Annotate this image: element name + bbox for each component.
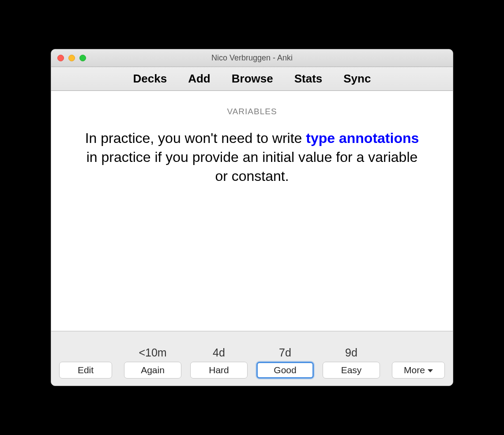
traffic-lights [51,55,86,61]
answer-buttons: <10m Again 4d Hard 7d Good 9d Easy [124,346,380,379]
hard-button[interactable]: Hard [190,362,248,379]
toolbar: Decks Add Browse Stats Sync [51,67,453,91]
toolbar-stats[interactable]: Stats [294,72,323,86]
interval-good: 7d [279,346,291,359]
app-window: Nico Verbruggen - Anki Decks Add Browse … [51,49,453,386]
interval-again: <10m [139,346,166,359]
bottom-bar: Edit <10m Again 4d Hard 7d Good 9d Easy … [51,331,453,386]
interval-hard: 4d [213,346,225,359]
close-icon[interactable] [57,55,64,61]
card-category: VARIABLES [227,107,277,116]
card-area: VARIABLES In practice, you won't need to… [51,91,453,331]
toolbar-browse[interactable]: Browse [232,72,273,86]
easy-button[interactable]: Easy [323,362,380,379]
chevron-down-icon [428,369,433,372]
answer-col-good: 7d Good [256,346,314,379]
again-button[interactable]: Again [124,362,181,379]
answer-col-easy: 9d Easy [323,346,380,379]
card-cloze: type annotations [306,130,419,146]
answer-col-hard: 4d Hard [190,346,248,379]
more-button-label: More [404,365,425,375]
card-text-after: in practice if you provide an initial va… [87,149,418,184]
answer-col-again: <10m Again [124,346,181,379]
card-text-before: In practice, you won't need to write [85,130,306,146]
titlebar: Nico Verbruggen - Anki [51,49,453,67]
card-text: In practice, you won't need to write typ… [71,129,433,186]
minimize-icon[interactable] [68,55,75,61]
toolbar-add[interactable]: Add [188,72,211,86]
more-button[interactable]: More [392,362,445,379]
maximize-icon[interactable] [79,55,86,61]
toolbar-decks[interactable]: Decks [133,72,167,86]
toolbar-sync[interactable]: Sync [343,72,371,86]
edit-button[interactable]: Edit [59,362,112,379]
interval-easy: 9d [345,346,357,359]
good-button[interactable]: Good [256,362,314,379]
window-title: Nico Verbruggen - Anki [51,53,453,63]
